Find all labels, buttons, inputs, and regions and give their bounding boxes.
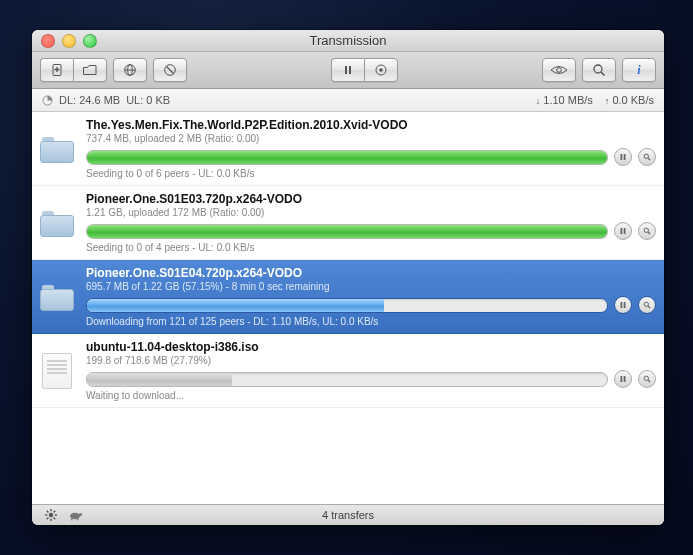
svg-line-28 bbox=[648, 306, 650, 308]
progress-bar bbox=[86, 372, 608, 387]
traffic-lights bbox=[41, 34, 97, 48]
file-icon bbox=[38, 340, 76, 401]
svg-text:i: i bbox=[637, 63, 641, 77]
svg-rect-18 bbox=[624, 154, 626, 160]
row-pause-button[interactable] bbox=[614, 370, 632, 388]
svg-point-43 bbox=[79, 513, 82, 516]
svg-rect-25 bbox=[621, 302, 623, 308]
remove-button[interactable] bbox=[153, 58, 187, 82]
filter-button[interactable] bbox=[582, 58, 616, 82]
svg-rect-44 bbox=[71, 519, 73, 521]
svg-point-12 bbox=[557, 68, 562, 73]
torrent-name: The.Yes.Men.Fix.The.World.P2P.Edition.20… bbox=[86, 118, 656, 132]
transfer-count: 4 transfers bbox=[32, 509, 664, 521]
svg-rect-9 bbox=[349, 66, 351, 74]
torrent-list[interactable]: The.Yes.Men.Fix.The.World.P2P.Edition.20… bbox=[32, 112, 664, 504]
row-reveal-button[interactable] bbox=[638, 222, 656, 240]
inspector-button[interactable]: i bbox=[622, 58, 656, 82]
stats-ul-total: UL: 0 KB bbox=[126, 94, 170, 106]
ratio-icon bbox=[42, 94, 53, 107]
torrent-name: Pioneer.One.S01E03.720p.x264-VODO bbox=[86, 192, 656, 206]
svg-line-38 bbox=[47, 511, 49, 513]
create-torrent-button[interactable] bbox=[40, 58, 73, 82]
torrent-name: ubuntu-11.04-desktop-i386.iso bbox=[86, 340, 656, 354]
stats-dl-total: DL: 24.6 MB bbox=[59, 94, 120, 106]
stats-bar: DL: 24.6 MB UL: 0 KB ↓ 1.10 MB/s ↑ 0.0 K… bbox=[32, 89, 664, 112]
svg-rect-26 bbox=[624, 302, 626, 308]
folder-icon bbox=[38, 118, 76, 179]
folder-icon bbox=[38, 192, 76, 253]
torrent-status: Waiting to download... bbox=[86, 390, 656, 401]
row-reveal-button[interactable] bbox=[638, 370, 656, 388]
svg-point-33 bbox=[49, 513, 53, 517]
progress-bar bbox=[86, 298, 608, 313]
titlebar[interactable]: Transmission bbox=[32, 30, 664, 52]
svg-rect-8 bbox=[345, 66, 347, 74]
svg-rect-17 bbox=[621, 154, 623, 160]
row-pause-button[interactable] bbox=[614, 148, 632, 166]
zoom-button[interactable] bbox=[83, 34, 97, 48]
svg-line-7 bbox=[167, 67, 174, 74]
svg-rect-30 bbox=[624, 376, 626, 382]
svg-point-42 bbox=[70, 513, 80, 520]
svg-rect-29 bbox=[621, 376, 623, 382]
torrent-sub: 695.7 MB of 1.22 GB (57.15%) - 8 min 0 s… bbox=[86, 281, 656, 292]
svg-rect-22 bbox=[624, 228, 626, 234]
settings-button[interactable] bbox=[42, 507, 60, 523]
open-torrent-button[interactable] bbox=[73, 58, 107, 82]
transmission-window: Transmission bbox=[32, 30, 664, 525]
stats-dl-rate: ↓ 1.10 MB/s bbox=[536, 94, 593, 106]
svg-point-23 bbox=[644, 228, 648, 232]
row-pause-button[interactable] bbox=[614, 296, 632, 314]
torrent-row[interactable]: The.Yes.Men.Fix.The.World.P2P.Edition.20… bbox=[32, 112, 664, 186]
torrent-name: Pioneer.One.S01E04.720p.x264-VODO bbox=[86, 266, 656, 280]
row-pause-button[interactable] bbox=[614, 222, 632, 240]
svg-rect-21 bbox=[621, 228, 623, 234]
svg-rect-45 bbox=[77, 519, 79, 521]
close-button[interactable] bbox=[41, 34, 55, 48]
svg-line-24 bbox=[648, 232, 650, 234]
torrent-status: Seeding to 0 of 4 peers - UL: 0.0 KB/s bbox=[86, 242, 656, 253]
svg-line-14 bbox=[601, 72, 605, 76]
svg-line-20 bbox=[648, 158, 650, 160]
torrent-row[interactable]: Pioneer.One.S01E03.720p.x264-VODO1.21 GB… bbox=[32, 186, 664, 260]
turtle-button[interactable] bbox=[66, 507, 84, 523]
svg-point-11 bbox=[379, 68, 383, 72]
row-reveal-button[interactable] bbox=[638, 296, 656, 314]
torrent-sub: 1.21 GB, uploaded 172 MB (Ratio: 0.00) bbox=[86, 207, 656, 218]
resume-all-button[interactable] bbox=[364, 58, 398, 82]
svg-point-31 bbox=[644, 376, 648, 380]
torrent-sub: 737.4 MB, uploaded 2 MB (Ratio: 0.00) bbox=[86, 133, 656, 144]
open-url-button[interactable] bbox=[113, 58, 147, 82]
folder-icon bbox=[38, 266, 76, 327]
svg-line-41 bbox=[47, 518, 49, 520]
torrent-row[interactable]: Pioneer.One.S01E04.720p.x264-VODO695.7 M… bbox=[32, 260, 664, 334]
svg-point-27 bbox=[644, 302, 648, 306]
progress-bar bbox=[86, 224, 608, 239]
torrent-sub: 199.8 of 718.6 MB (27.79%) bbox=[86, 355, 656, 366]
torrent-status: Downloading from 121 of 125 peers - DL: … bbox=[86, 316, 656, 327]
row-reveal-button[interactable] bbox=[638, 148, 656, 166]
minimize-button[interactable] bbox=[62, 34, 76, 48]
pause-all-button[interactable] bbox=[331, 58, 364, 82]
progress-bar bbox=[86, 150, 608, 165]
quicklook-button[interactable] bbox=[542, 58, 576, 82]
torrent-row[interactable]: ubuntu-11.04-desktop-i386.iso199.8 of 71… bbox=[32, 334, 664, 408]
svg-point-13 bbox=[594, 65, 602, 73]
svg-line-40 bbox=[54, 511, 56, 513]
footer: 4 transfers bbox=[32, 504, 664, 525]
torrent-status: Seeding to 0 of 6 peers - UL: 0.0 KB/s bbox=[86, 168, 656, 179]
svg-point-19 bbox=[644, 154, 648, 158]
toolbar: i bbox=[32, 52, 664, 89]
window-title: Transmission bbox=[32, 33, 664, 48]
stats-ul-rate: ↑ 0.0 KB/s bbox=[605, 94, 654, 106]
svg-line-39 bbox=[54, 518, 56, 520]
svg-line-32 bbox=[648, 380, 650, 382]
